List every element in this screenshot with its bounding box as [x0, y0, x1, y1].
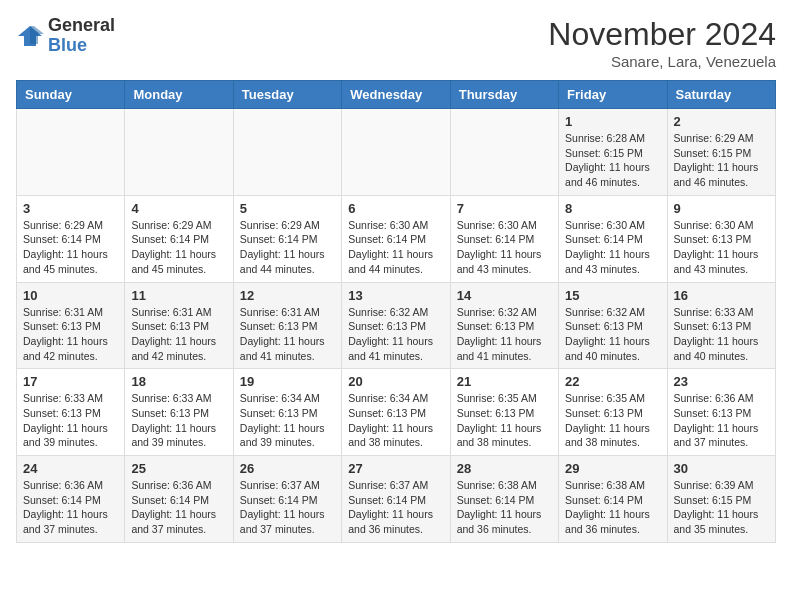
day-number: 14 — [457, 288, 552, 303]
day-info: Sunrise: 6:30 AM Sunset: 6:14 PM Dayligh… — [457, 218, 552, 277]
weekday-header-thursday: Thursday — [450, 81, 558, 109]
weekday-header-monday: Monday — [125, 81, 233, 109]
calendar-week-4: 17Sunrise: 6:33 AM Sunset: 6:13 PM Dayli… — [17, 369, 776, 456]
calendar-cell: 30Sunrise: 6:39 AM Sunset: 6:15 PM Dayli… — [667, 456, 775, 543]
calendar-cell: 17Sunrise: 6:33 AM Sunset: 6:13 PM Dayli… — [17, 369, 125, 456]
day-info: Sunrise: 6:39 AM Sunset: 6:15 PM Dayligh… — [674, 478, 769, 537]
day-info: Sunrise: 6:33 AM Sunset: 6:13 PM Dayligh… — [131, 391, 226, 450]
day-info: Sunrise: 6:31 AM Sunset: 6:13 PM Dayligh… — [131, 305, 226, 364]
weekday-header-friday: Friday — [559, 81, 667, 109]
logo: General Blue — [16, 16, 115, 56]
day-number: 28 — [457, 461, 552, 476]
day-info: Sunrise: 6:28 AM Sunset: 6:15 PM Dayligh… — [565, 131, 660, 190]
logo-text: General Blue — [48, 16, 115, 56]
calendar-cell: 24Sunrise: 6:36 AM Sunset: 6:14 PM Dayli… — [17, 456, 125, 543]
weekday-header-wednesday: Wednesday — [342, 81, 450, 109]
calendar-cell: 3Sunrise: 6:29 AM Sunset: 6:14 PM Daylig… — [17, 195, 125, 282]
calendar-cell — [233, 109, 341, 196]
day-info: Sunrise: 6:34 AM Sunset: 6:13 PM Dayligh… — [240, 391, 335, 450]
calendar-table: SundayMondayTuesdayWednesdayThursdayFrid… — [16, 80, 776, 543]
calendar-cell: 28Sunrise: 6:38 AM Sunset: 6:14 PM Dayli… — [450, 456, 558, 543]
day-number: 23 — [674, 374, 769, 389]
calendar-cell: 7Sunrise: 6:30 AM Sunset: 6:14 PM Daylig… — [450, 195, 558, 282]
calendar-cell: 16Sunrise: 6:33 AM Sunset: 6:13 PM Dayli… — [667, 282, 775, 369]
calendar-cell: 14Sunrise: 6:32 AM Sunset: 6:13 PM Dayli… — [450, 282, 558, 369]
day-number: 18 — [131, 374, 226, 389]
day-number: 2 — [674, 114, 769, 129]
calendar-cell: 10Sunrise: 6:31 AM Sunset: 6:13 PM Dayli… — [17, 282, 125, 369]
day-number: 11 — [131, 288, 226, 303]
month-year-title: November 2024 — [548, 16, 776, 53]
day-info: Sunrise: 6:36 AM Sunset: 6:14 PM Dayligh… — [23, 478, 118, 537]
calendar-week-3: 10Sunrise: 6:31 AM Sunset: 6:13 PM Dayli… — [17, 282, 776, 369]
day-number: 17 — [23, 374, 118, 389]
day-number: 13 — [348, 288, 443, 303]
logo-blue: Blue — [48, 36, 115, 56]
logo-icon — [16, 22, 44, 50]
day-number: 27 — [348, 461, 443, 476]
day-info: Sunrise: 6:32 AM Sunset: 6:13 PM Dayligh… — [457, 305, 552, 364]
calendar-cell: 13Sunrise: 6:32 AM Sunset: 6:13 PM Dayli… — [342, 282, 450, 369]
day-info: Sunrise: 6:37 AM Sunset: 6:14 PM Dayligh… — [348, 478, 443, 537]
calendar-cell: 8Sunrise: 6:30 AM Sunset: 6:14 PM Daylig… — [559, 195, 667, 282]
calendar-cell: 12Sunrise: 6:31 AM Sunset: 6:13 PM Dayli… — [233, 282, 341, 369]
weekday-header-sunday: Sunday — [17, 81, 125, 109]
day-info: Sunrise: 6:30 AM Sunset: 6:13 PM Dayligh… — [674, 218, 769, 277]
calendar-cell: 4Sunrise: 6:29 AM Sunset: 6:14 PM Daylig… — [125, 195, 233, 282]
day-number: 19 — [240, 374, 335, 389]
calendar-week-1: 1Sunrise: 6:28 AM Sunset: 6:15 PM Daylig… — [17, 109, 776, 196]
day-info: Sunrise: 6:29 AM Sunset: 6:14 PM Dayligh… — [131, 218, 226, 277]
day-number: 29 — [565, 461, 660, 476]
day-number: 12 — [240, 288, 335, 303]
day-info: Sunrise: 6:34 AM Sunset: 6:13 PM Dayligh… — [348, 391, 443, 450]
title-block: November 2024 Sanare, Lara, Venezuela — [548, 16, 776, 70]
day-number: 9 — [674, 201, 769, 216]
day-info: Sunrise: 6:30 AM Sunset: 6:14 PM Dayligh… — [348, 218, 443, 277]
calendar-cell: 22Sunrise: 6:35 AM Sunset: 6:13 PM Dayli… — [559, 369, 667, 456]
calendar-cell — [17, 109, 125, 196]
day-number: 5 — [240, 201, 335, 216]
day-info: Sunrise: 6:33 AM Sunset: 6:13 PM Dayligh… — [674, 305, 769, 364]
calendar-cell: 6Sunrise: 6:30 AM Sunset: 6:14 PM Daylig… — [342, 195, 450, 282]
calendar-cell — [450, 109, 558, 196]
calendar-week-5: 24Sunrise: 6:36 AM Sunset: 6:14 PM Dayli… — [17, 456, 776, 543]
day-info: Sunrise: 6:29 AM Sunset: 6:15 PM Dayligh… — [674, 131, 769, 190]
calendar-cell — [342, 109, 450, 196]
day-number: 30 — [674, 461, 769, 476]
day-number: 8 — [565, 201, 660, 216]
day-number: 4 — [131, 201, 226, 216]
calendar-cell: 11Sunrise: 6:31 AM Sunset: 6:13 PM Dayli… — [125, 282, 233, 369]
day-number: 7 — [457, 201, 552, 216]
day-info: Sunrise: 6:29 AM Sunset: 6:14 PM Dayligh… — [23, 218, 118, 277]
calendar-cell: 18Sunrise: 6:33 AM Sunset: 6:13 PM Dayli… — [125, 369, 233, 456]
calendar-cell: 19Sunrise: 6:34 AM Sunset: 6:13 PM Dayli… — [233, 369, 341, 456]
weekday-header-saturday: Saturday — [667, 81, 775, 109]
day-info: Sunrise: 6:35 AM Sunset: 6:13 PM Dayligh… — [457, 391, 552, 450]
day-info: Sunrise: 6:31 AM Sunset: 6:13 PM Dayligh… — [240, 305, 335, 364]
day-info: Sunrise: 6:33 AM Sunset: 6:13 PM Dayligh… — [23, 391, 118, 450]
calendar-cell: 25Sunrise: 6:36 AM Sunset: 6:14 PM Dayli… — [125, 456, 233, 543]
day-info: Sunrise: 6:32 AM Sunset: 6:13 PM Dayligh… — [348, 305, 443, 364]
calendar-cell: 21Sunrise: 6:35 AM Sunset: 6:13 PM Dayli… — [450, 369, 558, 456]
logo-general: General — [48, 16, 115, 36]
calendar-cell: 26Sunrise: 6:37 AM Sunset: 6:14 PM Dayli… — [233, 456, 341, 543]
page-header: General Blue November 2024 Sanare, Lara,… — [16, 16, 776, 70]
day-info: Sunrise: 6:38 AM Sunset: 6:14 PM Dayligh… — [457, 478, 552, 537]
day-number: 15 — [565, 288, 660, 303]
calendar-cell: 9Sunrise: 6:30 AM Sunset: 6:13 PM Daylig… — [667, 195, 775, 282]
weekday-header-tuesday: Tuesday — [233, 81, 341, 109]
day-number: 21 — [457, 374, 552, 389]
calendar-cell — [125, 109, 233, 196]
day-number: 10 — [23, 288, 118, 303]
calendar-cell: 23Sunrise: 6:36 AM Sunset: 6:13 PM Dayli… — [667, 369, 775, 456]
weekday-header-row: SundayMondayTuesdayWednesdayThursdayFrid… — [17, 81, 776, 109]
location-subtitle: Sanare, Lara, Venezuela — [548, 53, 776, 70]
day-info: Sunrise: 6:35 AM Sunset: 6:13 PM Dayligh… — [565, 391, 660, 450]
day-info: Sunrise: 6:38 AM Sunset: 6:14 PM Dayligh… — [565, 478, 660, 537]
calendar-cell: 29Sunrise: 6:38 AM Sunset: 6:14 PM Dayli… — [559, 456, 667, 543]
day-number: 3 — [23, 201, 118, 216]
calendar-week-2: 3Sunrise: 6:29 AM Sunset: 6:14 PM Daylig… — [17, 195, 776, 282]
day-info: Sunrise: 6:37 AM Sunset: 6:14 PM Dayligh… — [240, 478, 335, 537]
calendar-cell: 20Sunrise: 6:34 AM Sunset: 6:13 PM Dayli… — [342, 369, 450, 456]
svg-marker-1 — [30, 26, 44, 44]
